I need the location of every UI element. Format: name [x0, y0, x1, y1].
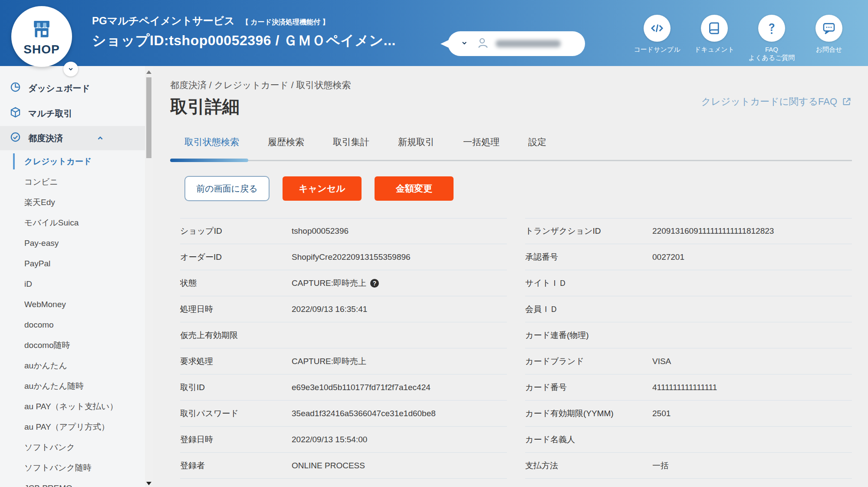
tab-batch-processing[interactable]: 一括処理	[463, 136, 500, 148]
nav-label: お問合せ	[816, 45, 842, 53]
document-icon	[701, 15, 728, 42]
account-selector[interactable]	[448, 31, 585, 56]
field-value: ONLINE PROCESS	[292, 461, 365, 470]
header-nav-contact[interactable]: お問合せ	[800, 15, 858, 62]
sidebar-item-id[interactable]: iD	[0, 274, 153, 294]
sidebar-item-au-pay-app[interactable]: au PAY（アプリ方式）	[0, 417, 153, 437]
faq-link-label: クレジットカードに関するFAQ	[701, 95, 837, 108]
page-title: 取引詳細	[170, 95, 351, 119]
field-label: 承認番号	[525, 252, 652, 263]
scroll-down-arrow-icon[interactable]	[146, 482, 151, 485]
app-root: { "colors": { "header_gradient_start": "…	[0, 0, 868, 487]
external-link-icon	[842, 96, 852, 107]
table-row: カード有効期限(YYMM)2501	[525, 401, 852, 427]
field-value-text: tshop00052396	[292, 226, 349, 236]
table-row: 要求処理CAPTURE:即時売上	[180, 348, 507, 374]
header-nav-code-sample[interactable]: コードサンプル	[628, 15, 686, 62]
sidebar-item-label: docomo随時	[24, 340, 70, 351]
help-icon[interactable]: ?	[370, 279, 379, 288]
chevron-down-icon[interactable]	[63, 62, 78, 76]
sidebar-item-webmoney[interactable]: WebMoney	[0, 294, 153, 315]
sidebar-item-label: 都度決済	[28, 133, 63, 144]
cancel-button[interactable]: キャンセル	[283, 176, 362, 201]
sidebar-item-paypal[interactable]: PayPal	[0, 253, 153, 274]
dashboard-icon	[10, 81, 28, 95]
sidebar-item-rakuten-edy[interactable]: 楽天Edy	[0, 192, 153, 212]
field-value-text: e69e3e10d5b110177fd71f2f7a1ec424	[292, 383, 431, 392]
field-label: カードブランド	[525, 356, 652, 367]
service-tag: 【 カード決済処理機能付 】	[242, 18, 329, 27]
sidebar-item-mobile-suica[interactable]: モバイルSuica	[0, 212, 153, 233]
storefront-icon	[28, 17, 55, 42]
field-value-text: ShopifyCre20220913155359896	[292, 252, 411, 262]
field-label: オーダーID	[180, 252, 292, 263]
shop-menu-toggle[interactable]: SHOP	[11, 6, 81, 75]
active-tab-indicator	[170, 159, 248, 162]
table-row: 状態CAPTURE:即時売上?	[180, 270, 507, 296]
sidebar: ダッシュボードマルチ取引都度決済 クレジットカードコンビニ楽天EdyモバイルSu…	[0, 66, 153, 487]
sidebar-item-multi-transaction[interactable]: マルチ取引	[0, 101, 153, 126]
header-nav: コードサンプルドキュメント?FAQよくあるご質問お問合せ	[628, 15, 858, 62]
sidebar-item-label: マルチ取引	[28, 108, 72, 119]
table-row: ショップIDtshop00052396	[180, 218, 507, 244]
action-buttons: 前の画面に戻るキャンセル金額変更	[170, 176, 852, 201]
scroll-up-arrow-icon[interactable]	[146, 70, 151, 74]
field-label: 仮売上有効期限	[180, 330, 292, 341]
table-row: 取引IDe69e3e10d5b110177fd71f2f7a1ec424	[180, 374, 507, 401]
tab-new-transaction[interactable]: 新規取引	[398, 136, 434, 148]
sidebar-item-au-pay-net[interactable]: au PAY（ネット支払い）	[0, 396, 153, 417]
field-label: 取引パスワード	[180, 408, 292, 419]
field-value: 2022/09/13 16:35:41	[292, 305, 367, 314]
sidebar-item-label: iD	[24, 279, 32, 289]
amount-change-button[interactable]: 金額変更	[375, 176, 454, 201]
tab-settings[interactable]: 設定	[528, 136, 546, 148]
sidebar-item-docomo-zuiji[interactable]: docomo随時	[0, 335, 153, 355]
sidebar-item-dashboard[interactable]: ダッシュボード	[0, 76, 153, 101]
sidebar-item-pay-easy[interactable]: Pay-easy	[0, 233, 153, 253]
table-row: カード名義人	[525, 427, 852, 453]
tabs-bar: 取引状態検索履歴検索取引集計新規取引一括処理設定	[170, 136, 852, 162]
table-row: 分割回数	[525, 479, 852, 487]
sidebar-item-au-kantan-zuiji[interactable]: auかんたん随時	[0, 376, 153, 396]
nav-label: FAQよくあるご質問	[749, 45, 795, 62]
back-button[interactable]: 前の画面に戻る	[184, 176, 270, 201]
sidebar-item-label: コンビニ	[24, 176, 58, 188]
field-value-text: CAPTURE:即時売上	[292, 356, 366, 367]
field-label: カード有効期限(YYMM)	[525, 408, 652, 419]
header-nav-faq[interactable]: ?FAQよくあるご質問	[743, 15, 800, 62]
sidebar-item-label: クレジットカード	[24, 156, 92, 167]
field-value-text: 0027201	[652, 252, 684, 262]
sidebar-item-per-transaction-payment[interactable]: 都度決済	[0, 126, 153, 150]
sidebar-item-jcb-premo[interactable]: JCB PREMO	[0, 478, 153, 487]
field-value-text: CAPTURE:即時売上	[292, 278, 366, 289]
tabs-underline	[170, 160, 852, 161]
tab-transaction-summary[interactable]: 取引集計	[333, 136, 369, 148]
tab-transaction-status-search[interactable]: 取引状態検索	[184, 136, 239, 148]
field-label: カード番号	[525, 382, 652, 393]
sidebar-item-label: JCB PREMO	[24, 484, 72, 487]
scrollbar-thumb[interactable]	[146, 77, 151, 158]
field-value: 4111111111111111	[652, 383, 717, 392]
table-row: 承認番号0027201	[525, 244, 852, 270]
field-value: 一括	[652, 460, 669, 471]
field-label: 登録者	[180, 460, 292, 471]
sidebar-item-softbank[interactable]: ソフトバンク	[0, 437, 153, 457]
table-row: 支払方法一括	[525, 453, 852, 479]
sidebar-item-label: モバイルSuica	[24, 217, 79, 229]
credit-card-faq-link[interactable]: クレジットカードに関するFAQ	[701, 84, 852, 119]
sidebar-item-convenience-store[interactable]: コンビニ	[0, 172, 153, 192]
sidebar-item-label: ダッシュボード	[28, 83, 90, 94]
sidebar-item-docomo[interactable]: docomo	[0, 315, 153, 335]
tab-history-search[interactable]: 履歴検索	[268, 136, 304, 148]
sidebar-scrollbar[interactable]	[145, 66, 153, 487]
chevron-up-icon[interactable]	[95, 133, 105, 145]
field-label: 会員ＩＤ	[525, 304, 652, 315]
sidebar-item-credit-card[interactable]: クレジットカード	[0, 151, 153, 172]
sidebar-item-au-kantan[interactable]: auかんたん	[0, 355, 153, 376]
header-nav-document[interactable]: ドキュメント	[686, 15, 743, 62]
sidebar-item-softbank-zuiji[interactable]: ソフトバンク随時	[0, 457, 153, 478]
sidebar-item-label: ソフトバンク随時	[24, 462, 92, 474]
logo-text: SHOP	[23, 43, 59, 56]
field-label: カード名義人	[525, 434, 652, 445]
sidebar-item-label: WebMoney	[24, 300, 66, 309]
